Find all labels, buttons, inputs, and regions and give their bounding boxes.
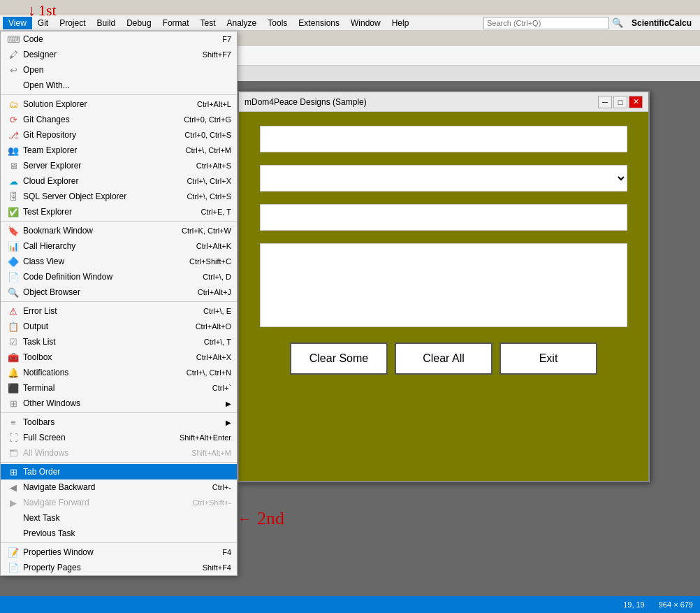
menu-shortcut-full-screen: Shift+Alt+Enter xyxy=(180,433,231,442)
menu-label-object-browser: Object Browser xyxy=(23,287,184,297)
output-icon: 📋 xyxy=(6,321,20,332)
other-windows-icon: ⊞ xyxy=(6,398,20,409)
menu-item-bookmark[interactable]: 🔖 Bookmark Window Ctrl+K, Ctrl+W xyxy=(1,223,237,238)
menubar-help[interactable]: Help xyxy=(386,17,415,29)
sample-window-title: mDom4Peace Designs (Sample) xyxy=(245,97,367,107)
menu-label-navigate-forward: Navigate Forward xyxy=(23,498,178,507)
menu-item-property-pages[interactable]: 📄 Property Pages Shift+F4 xyxy=(1,560,237,575)
menu-shortcut-designer: Shift+F7 xyxy=(203,50,231,59)
menu-shortcut-navigate-forward: Ctrl+Shift+- xyxy=(192,498,231,507)
search-input[interactable] xyxy=(483,17,609,29)
view-dropdown: ⌨ Code F7 🖍 Designer Shift+F7 ↩ Open Ope… xyxy=(0,31,238,576)
separator-6 xyxy=(1,542,237,543)
menubar-debug[interactable]: Debug xyxy=(121,17,156,29)
previous-task-icon xyxy=(6,528,20,539)
menu-label-all-windows: All Windows xyxy=(23,448,177,458)
menu-item-openwith[interactable]: Open With... xyxy=(1,78,237,93)
menu-item-code-definition[interactable]: 📄 Code Definition Window Ctrl+\, D xyxy=(1,269,237,284)
navigate-forward-icon: ▶ xyxy=(6,497,20,508)
menu-label-output: Output xyxy=(23,322,182,331)
menubar-analyze[interactable]: Analyze xyxy=(221,17,263,29)
menu-shortcut-output: Ctrl+Alt+O xyxy=(196,322,231,331)
menu-item-test-explorer[interactable]: ✅ Test Explorer Ctrl+E, T xyxy=(1,204,237,219)
menu-item-class-view[interactable]: 🔷 Class View Ctrl+Shift+C xyxy=(1,254,237,269)
dropdown-menu: ⌨ Code F7 🖍 Designer Shift+F7 ↩ Open Ope… xyxy=(0,31,238,576)
clear-all-button[interactable]: Clear All xyxy=(395,342,493,375)
menu-item-sql-explorer[interactable]: 🗄 SQL Server Object Explorer Ctrl+\, Ctr… xyxy=(1,189,237,204)
bookmark-icon: 🔖 xyxy=(6,225,20,236)
sample-titlebar: mDom4Peace Designs (Sample) ─ □ ✕ xyxy=(239,92,648,112)
menu-item-terminal[interactable]: ⬛ Terminal Ctrl+` xyxy=(1,380,237,396)
first-annotation: ↓ 1st xyxy=(28,1,57,20)
sample-textbox-1[interactable] xyxy=(260,126,627,152)
menu-item-navigate-backward[interactable]: ◀ Navigate Backward Ctrl+- xyxy=(1,479,237,495)
sample-textbox-2[interactable] xyxy=(260,204,627,231)
cloud-explorer-icon: ☁ xyxy=(6,175,20,187)
menu-item-properties-window[interactable]: 📝 Properties Window F4 xyxy=(1,545,237,560)
menu-label-error-list: Error List xyxy=(23,306,189,316)
exit-button[interactable]: Exit xyxy=(500,342,597,375)
toolbox-icon: 🧰 xyxy=(6,352,20,363)
menu-item-open[interactable]: ↩ Open xyxy=(1,62,237,78)
minimize-button[interactable]: ─ xyxy=(598,96,612,108)
menu-shortcut-cloud-explorer: Ctrl+\, Ctrl+X xyxy=(187,177,231,185)
menu-label-class-view: Class View xyxy=(23,257,175,266)
menu-item-object-browser[interactable]: 🔍 Object Browser Ctrl+Alt+J xyxy=(1,284,237,300)
menubar: View Git Project Build Debug Format Test… xyxy=(0,15,700,31)
menu-item-cloud-explorer[interactable]: ☁ Cloud Explorer Ctrl+\, Ctrl+X xyxy=(1,173,237,189)
menu-shortcut-server-explorer: Ctrl+Alt+S xyxy=(196,161,231,170)
designer-icon: 🖍 xyxy=(6,49,20,60)
menubar-test[interactable]: Test xyxy=(195,17,221,29)
menu-item-call-hierarchy[interactable]: 📊 Call Hierarchy Ctrl+Alt+K xyxy=(1,238,237,254)
menubar-build[interactable]: Build xyxy=(92,17,122,29)
menu-item-error-list[interactable]: ⚠ Error List Ctrl+\, E xyxy=(1,303,237,319)
menu-item-previous-task[interactable]: Previous Task xyxy=(1,526,237,541)
menubar-project[interactable]: Project xyxy=(54,17,91,29)
menu-shortcut-bookmark: Ctrl+K, Ctrl+W xyxy=(182,226,231,235)
menu-shortcut-toolbox: Ctrl+Alt+X xyxy=(196,353,231,361)
menu-label-notifications: Notifications xyxy=(23,368,173,377)
clear-some-button[interactable]: Clear Some xyxy=(290,342,388,375)
menu-item-next-task[interactable]: Next Task xyxy=(1,510,237,526)
menu-item-navigate-forward: ▶ Navigate Forward Ctrl+Shift+- xyxy=(1,495,237,510)
menubar-extensions[interactable]: Extensions xyxy=(293,17,345,29)
menu-item-git-repository[interactable]: ⎇ Git Repository Ctrl+0, Ctrl+S xyxy=(1,127,237,143)
menu-item-solution-explorer[interactable]: 🗂 Solution Explorer Ctrl+Alt+L xyxy=(1,96,237,112)
menu-shortcut-code: F7 xyxy=(222,35,231,43)
menu-item-task-list[interactable]: ☑ Task List Ctrl+\, T xyxy=(1,334,237,349)
menu-item-full-screen[interactable]: ⛶ Full Screen Shift+Alt+Enter xyxy=(1,430,237,445)
menu-label-git-changes: Git Changes xyxy=(23,115,170,124)
menu-item-designer[interactable]: 🖍 Designer Shift+F7 xyxy=(1,47,237,62)
menu-shortcut-call-hierarchy: Ctrl+Alt+K xyxy=(196,242,231,250)
git-changes-icon: ⟳ xyxy=(6,114,20,125)
sample-listbox[interactable] xyxy=(260,243,627,327)
menu-label-toolbars: Toolbars xyxy=(23,417,223,427)
menubar-window[interactable]: Window xyxy=(345,17,386,29)
menu-shortcut-git-repository: Ctrl+0, Ctrl+S xyxy=(184,131,231,139)
menu-shortcut-property-pages: Shift+F4 xyxy=(203,563,231,572)
menu-label-team-explorer: Team Explorer xyxy=(23,145,172,155)
menu-label-tab-order: Tab Order xyxy=(23,467,231,477)
menu-item-toolbox[interactable]: 🧰 Toolbox Ctrl+Alt+X xyxy=(1,349,237,365)
search-icon: 🔍 xyxy=(612,17,623,28)
menu-item-toolbars[interactable]: ≡ Toolbars ▶ xyxy=(1,414,237,430)
menu-item-code[interactable]: ⌨ Code F7 xyxy=(1,31,237,47)
menu-label-openwith: Open With... xyxy=(23,80,231,90)
menubar-tools[interactable]: Tools xyxy=(262,17,293,29)
maximize-button[interactable]: □ xyxy=(613,96,627,108)
menu-item-server-explorer[interactable]: 🖥 Server Explorer Ctrl+Alt+S xyxy=(1,158,237,173)
menu-item-tab-order[interactable]: ⊞ Tab Order xyxy=(1,464,237,479)
menu-label-terminal: Terminal xyxy=(23,383,198,393)
menu-item-other-windows[interactable]: ⊞ Other Windows ▶ xyxy=(1,396,237,411)
menu-item-notifications[interactable]: 🔔 Notifications Ctrl+\, Ctrl+N xyxy=(1,365,237,380)
sample-combobox[interactable] xyxy=(260,165,627,192)
full-screen-icon: ⛶ xyxy=(6,432,20,443)
menu-item-git-changes[interactable]: ⟳ Git Changes Ctrl+0, Ctrl+G xyxy=(1,112,237,127)
menu-item-output[interactable]: 📋 Output Ctrl+Alt+O xyxy=(1,319,237,334)
menu-item-team-explorer[interactable]: 👥 Team Explorer Ctrl+\, Ctrl+M xyxy=(1,143,237,158)
close-button[interactable]: ✕ xyxy=(629,96,643,108)
menubar-format[interactable]: Format xyxy=(157,17,195,29)
first-label: 1st xyxy=(38,1,57,20)
second-annotation: ← 2nd xyxy=(238,508,284,529)
second-label: 2nd xyxy=(257,508,284,529)
